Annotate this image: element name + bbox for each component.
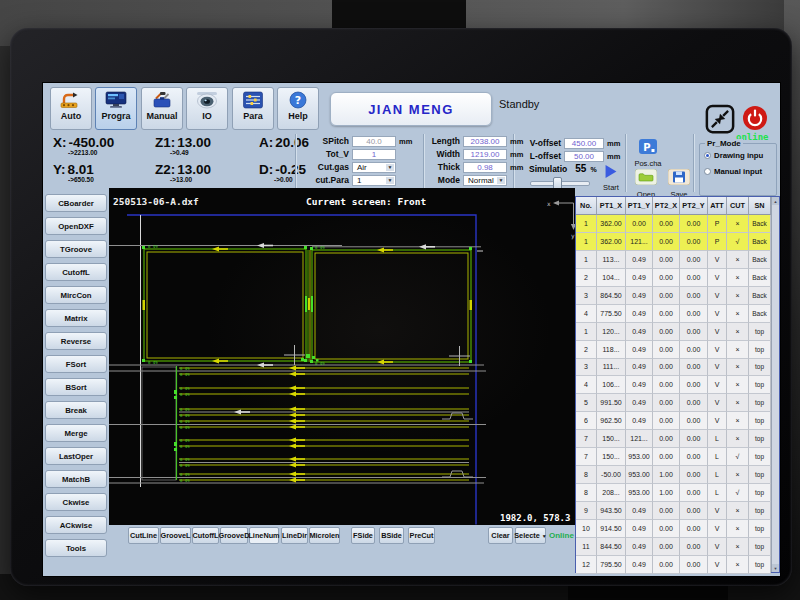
- sidebar-button[interactable]: CutoffL: [45, 263, 107, 281]
- table-row[interactable]: 7 150... 953.00 0.00 0.00 L √ top: [576, 448, 779, 466]
- save-button[interactable]: Save: [664, 169, 694, 199]
- svg-text:0 49: 0 49: [180, 366, 190, 371]
- bottom-button-grooved[interactable]: GrooveD: [220, 527, 248, 544]
- loffset-field[interactable]: 50.00: [564, 151, 604, 162]
- bottom-button-cutoffl[interactable]: CutoffL: [192, 527, 219, 544]
- pr-mode-options: Drawing inpu Manual input: [700, 151, 776, 176]
- axis-indicator: x y: [547, 200, 575, 241]
- spitch-field[interactable]: 40.0: [352, 136, 396, 147]
- pr-mode-option[interactable]: Manual input: [704, 167, 776, 176]
- table-row[interactable]: 7 150... 121... 0.00 0.00 L × top: [576, 430, 779, 448]
- photo-of-monitor: Auto Progra Manual IO Para: [0, 0, 800, 600]
- open-button[interactable]: Open: [631, 169, 661, 199]
- bottom-button-bside[interactable]: BSide: [379, 527, 404, 544]
- table-row[interactable]: 8 208... 953.00 1.00 0.00 L √ top: [576, 484, 779, 502]
- table-row[interactable]: 5 991.50 0.49 0.00 0.00 V × top: [576, 394, 779, 412]
- bottom-button-linedir[interactable]: LineDir: [281, 527, 308, 544]
- toolbar-button-help[interactable]: ? Help: [277, 87, 319, 130]
- sidebar-button[interactable]: MircCon: [45, 286, 107, 304]
- toolbar-button-auto[interactable]: Auto: [50, 87, 92, 130]
- chevron-down-icon[interactable]: ▼: [386, 177, 394, 184]
- cutgas-select[interactable]: Air▼: [352, 162, 396, 173]
- sidebar-button[interactable]: Break: [45, 401, 107, 419]
- sidebar: CBoarder OpenDXF TGroove CutoffL MircCon: [43, 188, 109, 576]
- sidebar-button[interactable]: TGroove: [45, 240, 107, 258]
- node-markers: [142, 246, 472, 451]
- sidebar-button[interactable]: CBoarder: [45, 194, 107, 212]
- cad-canvas[interactable]: 0 490 49 0 490 49 0 490 49 0 490 49 0 49…: [109, 188, 575, 525]
- thick-field[interactable]: 0.98: [463, 162, 507, 173]
- panel-outlines: [144, 249, 471, 362]
- coord-a: A:20.06: [259, 135, 309, 150]
- restore-window-button[interactable]: [705, 104, 735, 134]
- svg-text:0 49: 0 49: [180, 478, 190, 483]
- sidebar-button[interactable]: FSort: [45, 355, 107, 373]
- table-row[interactable]: 11 844.50 0.49 0.00 0.00 V × top: [576, 538, 779, 556]
- bottom-button-clear[interactable]: Clear: [488, 527, 513, 544]
- bottom-button-select[interactable]: Selecte▼: [515, 527, 546, 544]
- toolbar-button-io[interactable]: IO: [186, 87, 228, 130]
- manual-tools-icon: [151, 90, 173, 110]
- table-row[interactable]: 1 113... 0.49 0.00 0.00 V × Back: [576, 251, 779, 269]
- bottom-button-precut[interactable]: PreCut: [408, 527, 435, 544]
- chevron-down-icon[interactable]: ▼: [497, 177, 505, 184]
- sidebar-button[interactable]: Merge: [45, 424, 107, 442]
- width-field[interactable]: 1219.00: [463, 149, 507, 160]
- table-row[interactable]: 12 795.50 0.49 0.00 0.00 V × top: [576, 556, 779, 574]
- sidebar-button[interactable]: Tools: [45, 539, 107, 557]
- sidebar-button[interactable]: ACkwise: [45, 516, 107, 534]
- voffset-field[interactable]: 450.00: [564, 138, 604, 149]
- start-button[interactable]: Start: [595, 163, 627, 193]
- scroll-down-icon[interactable]: ▼: [772, 564, 779, 572]
- length-field[interactable]: 2038.00: [463, 136, 507, 147]
- sidebar-button[interactable]: MatchB: [45, 470, 107, 488]
- simulation-slider[interactable]: [530, 181, 590, 186]
- table-row[interactable]: 2 104... 0.49 0.00 0.00 V × Back: [576, 269, 779, 287]
- power-button[interactable]: [742, 105, 768, 131]
- table-row[interactable]: 9 943.50 0.49 0.00 0.00 V × top: [576, 502, 779, 520]
- construction-lines: [109, 246, 486, 484]
- table-row[interactable]: 10 914.50 0.49 0.00 0.00 V × top: [576, 520, 779, 538]
- cutpara-select[interactable]: 1▼: [352, 175, 396, 186]
- simulation-value: 55: [575, 163, 586, 174]
- toolbar-button-para[interactable]: Para: [232, 87, 274, 130]
- table-row[interactable]: 4 775.50 0.49 0.00 0.00 V × Back: [576, 305, 779, 323]
- sidebar-button[interactable]: Reverse: [45, 332, 107, 350]
- table-row[interactable]: 3 864.50 0.49 0.00 0.00 V × Back: [576, 287, 779, 305]
- chevron-down-icon[interactable]: ▼: [386, 164, 394, 171]
- table-row[interactable]: 1 362.00 0.00 0.00 0.00 P × Back: [576, 215, 779, 233]
- table-row[interactable]: 6 962.50 0.49 0.00 0.00 V × top: [576, 412, 779, 430]
- totv-field[interactable]: 1: [352, 149, 396, 160]
- table-scrollbar[interactable]: ▲ ▼: [771, 197, 779, 572]
- toolbar-button-manual[interactable]: Manual: [141, 87, 183, 130]
- pr-mode-option[interactable]: Drawing inpu: [704, 151, 776, 160]
- toolbar-button-program[interactable]: Progra: [95, 87, 137, 130]
- bottom-button-fside[interactable]: FSide: [351, 527, 375, 544]
- machine-title-button[interactable]: JIAN MENG: [330, 92, 492, 126]
- pos-change-button[interactable]: P Pos.cha: [631, 138, 665, 168]
- status-label: Standby: [499, 98, 539, 110]
- online-toggle-label[interactable]: Online: [549, 531, 574, 540]
- mode-select[interactable]: Normal▼: [463, 175, 507, 186]
- table-row[interactable]: 3 111... 0.49 0.00 0.00 V × top: [576, 359, 779, 377]
- bottom-button-groovel[interactable]: GrooveL: [160, 527, 191, 544]
- sidebar-button[interactable]: LastOper: [45, 447, 107, 465]
- sidebar-button[interactable]: Ckwise: [45, 493, 107, 511]
- table-row[interactable]: 2 118... 0.49 0.00 0.00 V × top: [576, 341, 779, 359]
- position-p-icon: P: [639, 139, 657, 158]
- table-row[interactable]: 4 106... 0.49 0.00 0.00 V × top: [576, 376, 779, 394]
- sidebar-button[interactable]: Matrix: [45, 309, 107, 327]
- svg-text:0 49: 0 49: [180, 413, 190, 418]
- table-header: No. PT1_X PT1_Y PT2_X PT2_Y ATT CUT SN: [576, 197, 779, 215]
- scroll-up-icon[interactable]: ▲: [772, 197, 779, 205]
- sidebar-button[interactable]: OpenDXF: [45, 217, 107, 235]
- table-row[interactable]: 8 -50.00 953.00 1.00 0.00 L × top: [576, 466, 779, 484]
- bottom-button-cutline[interactable]: CutLine: [128, 527, 159, 544]
- radio-icon: [704, 152, 711, 159]
- io-camera-icon: [196, 90, 218, 110]
- bottom-button-microlen[interactable]: Microlen: [309, 527, 340, 544]
- bottom-button-linenum[interactable]: LineNum: [249, 527, 279, 544]
- table-row[interactable]: 1 120... 0.49 0.00 0.00 V × top: [576, 323, 779, 341]
- table-row[interactable]: 1 362.00 121... 0.00 0.00 P √ Back: [576, 233, 779, 251]
- sidebar-button[interactable]: BSort: [45, 378, 107, 396]
